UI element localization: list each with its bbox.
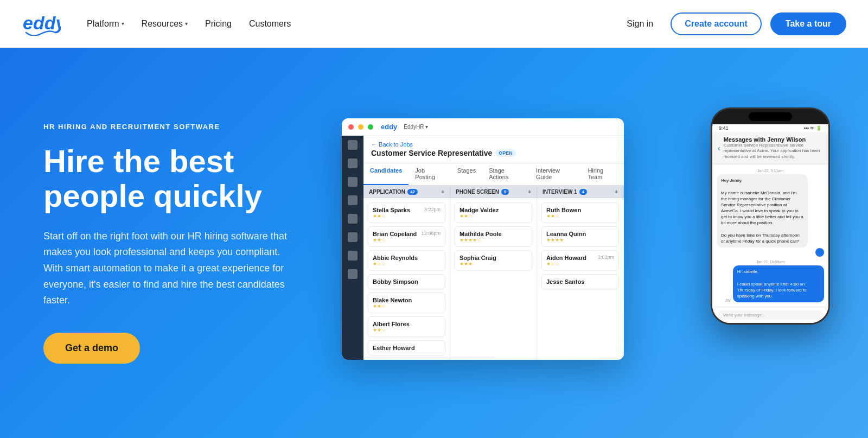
hero-section: HR HIRING AND RECRUITMENT SOFTWARE Hire … — [0, 48, 868, 438]
message-timestamp-1: Jan 22, 9:11am Hey Jenny, My name is Isa… — [717, 169, 824, 257]
table-row[interactable]: Jesse Santos — [541, 274, 619, 289]
sidebar-search-icon — [348, 177, 358, 187]
get-demo-button[interactable]: Get a demo — [43, 333, 140, 364]
phone-chat-header: ‹ Messages with Jenny Wilson Customer Se… — [712, 132, 828, 164]
col-application: APPLICATION 42 + — [363, 186, 450, 198]
sign-in-link[interactable]: Sign in — [618, 15, 662, 33]
phone-screen-column: Madge Valdez ★★☆ Mathilda Poole ★★★★☆ So… — [450, 198, 537, 360]
sidebar-home-icon — [348, 140, 358, 150]
tab-interview-guide[interactable]: Interview Guide — [529, 163, 581, 185]
nav-customers[interactable]: Customers — [242, 15, 297, 33]
hero-headline: Hire the best people quickly — [43, 144, 326, 213]
job-status-badge: OPEN — [495, 149, 516, 157]
phone-screen: ‹ Messages with Jenny Wilson Customer Se… — [712, 132, 828, 323]
logo[interactable]: eddy — [22, 10, 61, 38]
phone-chat-subtitle: Customer Service Representative service … — [724, 143, 823, 160]
nav-links: Platform ▾ Resources ▾ Pricing Customers — [80, 15, 297, 33]
app-main-content: ← Back to Jobs Customer Service Represen… — [363, 136, 624, 360]
phone-time: 9:41 — [719, 125, 729, 131]
phone-status-bar: 9:41 ▪▪▪ ≋ 🔋 — [712, 124, 828, 132]
resources-chevron-icon: ▾ — [185, 21, 188, 27]
app-screenshot: eddy EddyHR ▾ — [342, 118, 624, 360]
nav-right: Sign in Create account Take a tour — [618, 12, 846, 35]
nav-platform[interactable]: Platform ▾ — [80, 15, 131, 33]
col-interview1: INTERVIEW 1 4 + — [537, 186, 624, 198]
table-row[interactable]: Stella Sparks3:22pm ★★☆ — [368, 202, 445, 223]
dot-yellow — [358, 124, 363, 130]
app-brand: eddy — [381, 123, 397, 131]
table-row[interactable]: Blake Newton ★★☆ — [368, 293, 445, 313]
hero-eyebrow: HR HIRING AND RECRUITMENT SOFTWARE — [43, 123, 326, 131]
create-account-button[interactable]: Create account — [671, 12, 762, 35]
tab-stages[interactable]: Stages — [451, 163, 482, 185]
message-timestamp-2: Jan 22, 10:56am JW Hi Isabelle, I could … — [717, 260, 824, 302]
kanban-board: Stella Sparks3:22pm ★★☆ Brian Copeland12… — [363, 198, 624, 360]
nav-pricing[interactable]: Pricing — [199, 15, 238, 33]
back-to-jobs[interactable]: ← Back to Jobs — [371, 141, 616, 148]
sidebar-clock-icon — [348, 214, 358, 224]
svg-text:eddy: eddy — [23, 12, 61, 33]
phone-message-input[interactable]: Write your message... — [718, 310, 823, 320]
col-phone-screen: PHONE SCREEN 9 + — [450, 186, 537, 198]
phone-title-block: Messages with Jenny Wilson Customer Serv… — [724, 136, 823, 160]
platform-chevron-icon: ▾ — [122, 21, 124, 27]
phone-back-button[interactable]: ‹ — [718, 144, 720, 153]
sidebar-docs-icon — [348, 232, 358, 242]
sidebar-chart-icon — [348, 251, 358, 261]
tab-candidates[interactable]: Candidates — [363, 163, 409, 185]
interview1-count: 4 — [579, 189, 587, 195]
table-row[interactable]: Mathilda Poole ★★★★☆ — [455, 226, 532, 247]
kanban-header: APPLICATION 42 + PHONE SCREEN 9 + INTERV… — [363, 186, 624, 198]
table-row[interactable]: Sophia Craig ★★★ — [455, 250, 532, 271]
application-column: Stella Sparks3:22pm ★★☆ Brian Copeland12… — [363, 198, 450, 360]
sidebar-people-icon — [348, 158, 358, 168]
phone-chat-title: Messages with Jenny Wilson — [724, 136, 823, 143]
application-count: 42 — [407, 189, 418, 195]
hero-visuals: eddy EddyHR ▾ — [326, 107, 825, 379]
nav-resources[interactable]: Resources ▾ — [135, 15, 194, 33]
phone-mockup: 9:41 ▪▪▪ ≋ 🔋 ‹ Messages with Jenny Wilso… — [711, 107, 830, 325]
take-tour-button[interactable]: Take a tour — [770, 12, 846, 35]
interview1-column: Ruth Bowen ★★☆ Leanna Quinn ★★★★ Aiden H… — [537, 198, 624, 360]
table-row[interactable]: Madge Valdez ★★☆ — [455, 202, 532, 223]
nav-left: eddy Platform ▾ Resources ▾ Pricing Cust… — [22, 10, 297, 38]
app-job-header: ← Back to Jobs Customer Service Represen… — [363, 136, 624, 163]
phone-messages-list: Jan 22, 9:11am Hey Jenny, My name is Isa… — [712, 164, 828, 307]
message-received-1: Hey Jenny, My name is Isabelle McDonald,… — [717, 174, 808, 247]
table-row[interactable]: Esther Howard — [368, 340, 445, 356]
table-row[interactable]: Albert Flores ★★☆ — [368, 316, 445, 337]
phone-signal-icons: ▪▪▪ ≋ 🔋 — [803, 125, 822, 131]
sidebar-settings-icon — [348, 269, 358, 279]
notch-pill — [749, 112, 792, 121]
dot-red — [348, 124, 354, 130]
avatar-isabelle — [815, 248, 824, 257]
app-workspace: EddyHR ▾ — [404, 124, 428, 130]
table-row[interactable]: Aiden Howard3:03pm ★☆☆ — [541, 250, 619, 271]
tab-hiring-team[interactable]: Hiring Team — [581, 163, 624, 185]
hero-subtext: Start off on the right foot with our HR … — [43, 228, 293, 309]
hero-content: HR HIRING AND RECRUITMENT SOFTWARE Hire … — [43, 123, 326, 364]
table-row[interactable]: Brian Copeland12:08pm ★★☆ — [368, 226, 445, 247]
app-tabs: Candidates Job Posting Stages Stage Acti… — [363, 163, 624, 186]
table-row[interactable]: Leanna Quinn ★★★★ — [541, 226, 619, 247]
phone-screen-count: 9 — [501, 189, 509, 195]
message-sent-1: Hi Isabelle, I could speak anytime after… — [733, 265, 824, 302]
app-topbar: eddy EddyHR ▾ — [342, 118, 624, 136]
tab-stage-actions[interactable]: Stage Actions — [482, 163, 529, 185]
tab-job-posting[interactable]: Job Posting — [409, 163, 451, 185]
app-sidebar — [342, 136, 363, 360]
dot-green — [368, 124, 373, 130]
table-row[interactable]: Abbie Reynolds ★☆☆ — [368, 250, 445, 271]
phone-notch — [712, 109, 828, 124]
job-title: Customer Service Representative — [371, 149, 492, 157]
table-row[interactable]: Ruth Bowen ★★☆ — [541, 202, 619, 223]
navbar: eddy Platform ▾ Resources ▾ Pricing Cust… — [0, 0, 868, 48]
phone-input-bar: Write your message... — [712, 307, 828, 323]
sidebar-jobs-icon — [348, 195, 358, 205]
table-row[interactable]: Bobby Simpson — [368, 274, 445, 289]
